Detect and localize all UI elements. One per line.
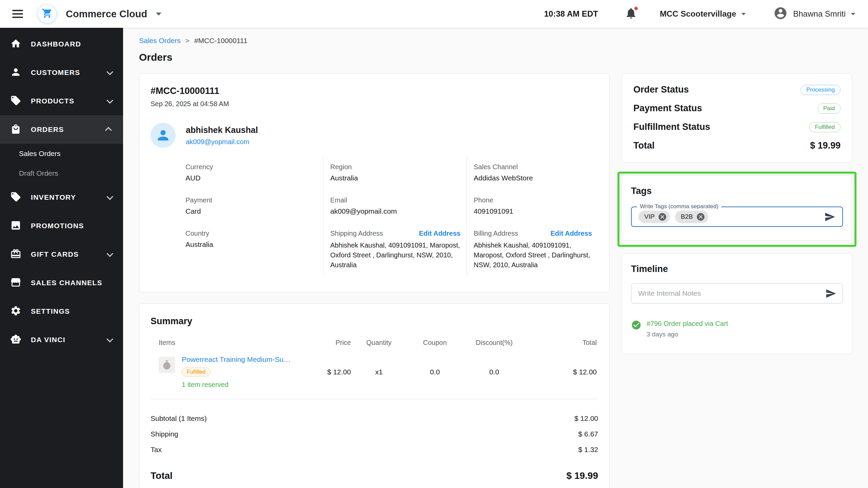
remove-tag-icon[interactable]: [696, 212, 705, 221]
status-total-label: Total: [633, 140, 655, 151]
breadcrumb-current: #MCC-10000111: [194, 37, 248, 45]
chevron-down-icon: [106, 336, 113, 343]
sidebar-item-gift-cards[interactable]: GIFT CARDS: [0, 240, 123, 269]
notification-dot: [634, 6, 638, 11]
sidebar-item-customers[interactable]: CUSTOMERS: [0, 58, 123, 87]
tags-input-field[interactable]: Write Tags (comma separated) VIP B2B: [631, 207, 843, 227]
chevron-down-icon: [106, 193, 113, 200]
region-label: Region: [330, 163, 460, 171]
brand-dropdown-caret-icon[interactable]: [156, 13, 161, 16]
phone-value: 4091091091: [474, 207, 592, 215]
timeline-event: #796 Order placed via Cart 3 days ago: [631, 320, 843, 338]
country-label: Country: [185, 230, 323, 237]
app-logo[interactable]: [37, 4, 57, 24]
region-value: Australia: [330, 174, 460, 182]
header-items: Items: [159, 339, 293, 347]
cart-icon: [42, 8, 53, 20]
menu-icon[interactable]: [12, 10, 23, 18]
summary-card: Summary Items Price Quantity Coupon Disc…: [139, 304, 610, 488]
sidebar-item-products[interactable]: PRODUCTS: [0, 87, 123, 115]
phone-label: Phone: [474, 196, 592, 204]
sales-channel-label: Sales Channel: [474, 163, 592, 171]
brand-title: Commerce Cloud: [66, 8, 147, 20]
timeline-event-time: 3 days ago: [647, 331, 728, 338]
submit-note-button[interactable]: [825, 288, 836, 299]
breadcrumb-sales-orders-link[interactable]: Sales Orders: [139, 37, 181, 45]
grand-total-label: Total: [151, 470, 173, 481]
internal-notes-input[interactable]: [637, 289, 825, 298]
person-icon: [10, 66, 21, 79]
sidebar-item-inventory[interactable]: INVENTORY: [0, 183, 123, 212]
top-bar: Commerce Cloud 10:38 AM EDT MCC Scooterv…: [0, 0, 868, 28]
send-icon: [824, 211, 835, 222]
sidebar: DASHBOARD CUSTOMERS PRODUCTS ORDERS Sale…: [0, 28, 123, 488]
chevron-down-icon: [106, 69, 113, 75]
sales-channel-value: Addidas WebStore: [474, 174, 592, 182]
submit-tags-button[interactable]: [824, 211, 835, 222]
customer-email-link[interactable]: ak009@yopmail.com: [186, 138, 258, 146]
sidebar-item-promotions[interactable]: PROMOTIONS: [0, 212, 123, 240]
main-content: Sales Orders > #MCC-10000111 Orders #MCC…: [123, 28, 868, 488]
robot-icon: [10, 334, 21, 346]
order-status-badge: Processing: [801, 85, 841, 95]
sidebar-item-settings[interactable]: SETTINGS: [0, 297, 123, 326]
shipping-value: $ 6.67: [578, 430, 598, 438]
internal-notes-field[interactable]: [631, 283, 843, 304]
email-label: Email: [330, 196, 460, 204]
item-discount: 0.0: [463, 368, 526, 376]
billing-address-value: Abhishek Kaushal, 4091091091, Maropost, …: [474, 240, 592, 270]
user-avatar[interactable]: [773, 6, 788, 22]
chevron-down-icon: [106, 250, 113, 257]
sidebar-item-da-vinci[interactable]: DA VINCI: [0, 326, 123, 354]
sidebar-subitem-draft-orders[interactable]: Draft Orders: [0, 163, 123, 183]
order-id: #MCC-10000111: [151, 86, 598, 96]
item-reserved-text: 1 item reserved: [182, 381, 293, 389]
table-row: Powerreact Training Medium-Suppor… Fulfi…: [151, 353, 598, 399]
product-thumbnail: [159, 357, 175, 373]
bell-icon: [625, 15, 637, 21]
timeline-title: Timeline: [631, 264, 843, 274]
customer-avatar: [151, 123, 176, 148]
tags-input-label: Write Tags (comma separated): [637, 203, 721, 210]
chevron-up-icon: [105, 127, 112, 134]
tag-chip-vip: VIP: [638, 211, 670, 223]
sidebar-item-sales-channels[interactable]: SALES CHANNELS: [0, 269, 123, 297]
sidebar-subitem-sales-orders[interactable]: Sales Orders: [0, 144, 123, 163]
tag-icon: [10, 191, 21, 204]
item-price: $ 12.00: [293, 368, 351, 376]
item-fulfilled-badge: Fulfilled: [182, 368, 211, 376]
product-name-link[interactable]: Powerreact Training Medium-Suppor…: [182, 355, 293, 364]
promotions-icon: [10, 220, 21, 232]
edit-billing-address-button[interactable]: Edit Address: [550, 230, 592, 237]
check-circle-icon: [631, 320, 642, 338]
fulfillment-status-badge: Fulfilled: [809, 122, 841, 132]
store-selector[interactable]: MCC Scootervillage: [660, 9, 746, 19]
status-total-value: $ 19.99: [810, 140, 841, 151]
sidebar-item-dashboard[interactable]: DASHBOARD: [0, 30, 123, 58]
tag-icon: [10, 95, 21, 108]
edit-shipping-address-button[interactable]: Edit Address: [419, 230, 460, 237]
payment-status-label: Payment Status: [633, 103, 702, 114]
summary-title: Summary: [151, 316, 598, 327]
payment-status-badge: Paid: [817, 103, 841, 114]
currency-label: Currency: [185, 163, 323, 171]
tax-label: Tax: [151, 446, 162, 454]
home-icon: [10, 38, 21, 51]
store-name: MCC Scootervillage: [660, 9, 736, 19]
user-menu[interactable]: Bhawna Smriti: [793, 9, 856, 19]
sidebar-item-orders[interactable]: ORDERS: [0, 115, 123, 144]
grand-total-value: $ 19.99: [567, 470, 598, 481]
item-total: $ 12.00: [526, 368, 597, 376]
clock-text: 10:38 AM EDT: [544, 9, 598, 19]
tags-card: Tags Write Tags (comma separated) VIP B2…: [622, 175, 852, 241]
shipping-address-value: Abhishek Kaushal, 4091091091, Maropost, …: [330, 240, 460, 270]
billing-address-label: Billing Address: [474, 230, 518, 237]
timeline-event-link[interactable]: #796 Order placed via Cart: [647, 320, 728, 328]
chevron-down-icon: [106, 97, 113, 104]
remove-tag-icon[interactable]: [658, 212, 667, 221]
email-value: ak009@yopmail.com: [330, 207, 460, 215]
timeline-card: Timeline #796 Order placed via Cart: [622, 253, 852, 354]
payment-value: Card: [185, 207, 323, 215]
notifications-button[interactable]: [625, 7, 637, 21]
summary-table-header: Items Price Quantity Coupon Discount(%) …: [151, 339, 598, 353]
